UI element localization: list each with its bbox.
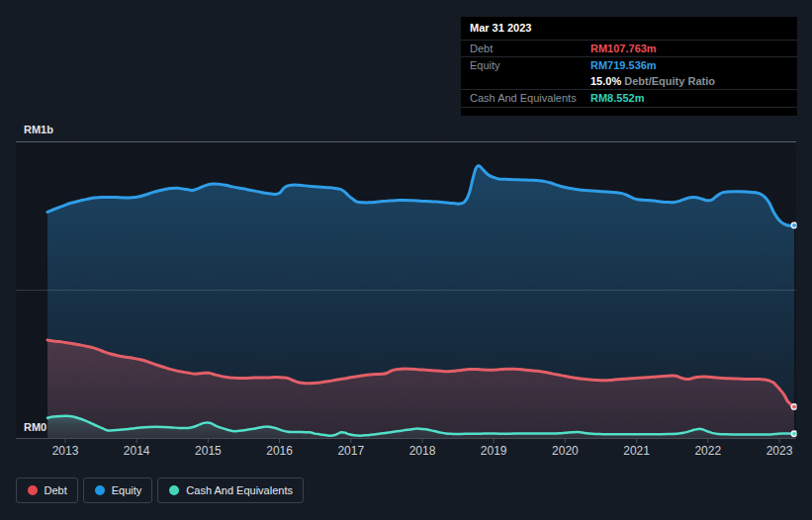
svg-text:2021: 2021 [623,444,650,458]
svg-text:2013: 2013 [52,444,79,458]
svg-text:RM0: RM0 [24,421,46,433]
svg-text:2014: 2014 [124,444,150,458]
svg-text:RM1b: RM1b [24,124,53,135]
svg-text:2019: 2019 [481,444,507,458]
svg-text:2016: 2016 [266,444,293,458]
svg-text:2017: 2017 [337,444,364,458]
svg-text:2020: 2020 [552,444,579,458]
svg-text:2018: 2018 [409,444,436,458]
svg-text:2015: 2015 [195,444,222,458]
svg-text:2023: 2023 [767,444,793,458]
svg-text:2022: 2022 [694,444,721,458]
